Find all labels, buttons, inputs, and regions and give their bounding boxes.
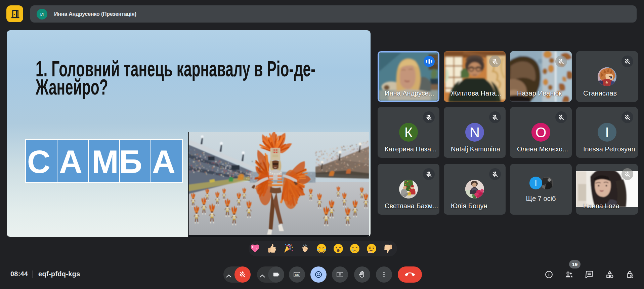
svg-text:CC: CC — [295, 273, 299, 277]
